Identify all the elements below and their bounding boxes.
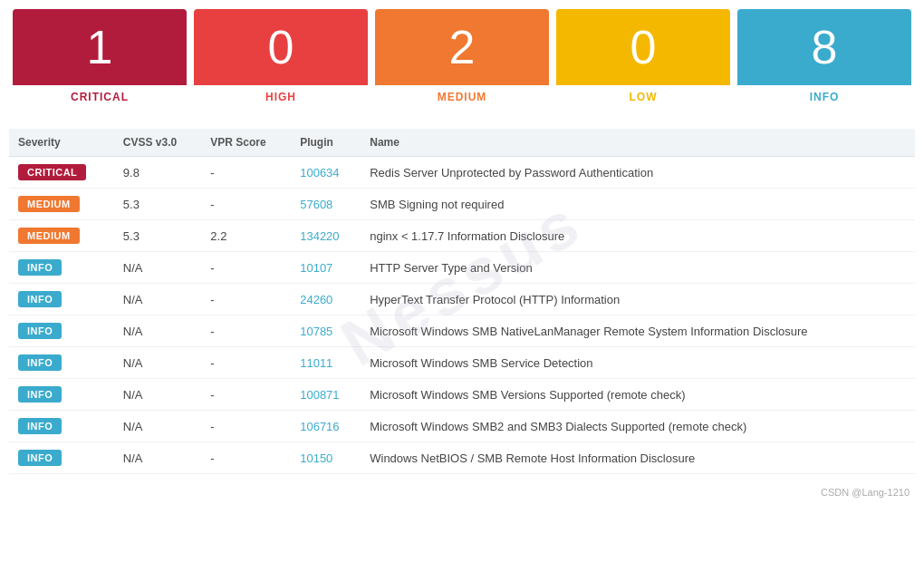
plugin-link[interactable]: 10150	[300, 451, 332, 465]
card-label-critical: CRITICAL	[13, 85, 187, 105]
cell-name: Microsoft Windows SMB Versions Supported…	[361, 379, 915, 411]
cell-plugin[interactable]: 57608	[291, 189, 361, 220]
plugin-link[interactable]: 134220	[300, 229, 339, 243]
cell-cvss: N/A	[114, 252, 201, 284]
card-count-info: 8	[737, 9, 911, 85]
table-row: INFO N/A - 10150 Windows NetBIOS / SMB R…	[9, 442, 915, 474]
cell-name: Microsoft Windows SMB2 and SMB3 Dialects…	[361, 411, 915, 442]
cell-severity: INFO	[9, 315, 114, 347]
plugin-link[interactable]: 10107	[300, 261, 332, 275]
cell-cvss: 5.3	[114, 220, 201, 252]
cell-severity: INFO	[9, 284, 114, 315]
cell-severity: INFO	[9, 379, 114, 411]
summary-card-high[interactable]: 0 HIGH	[194, 9, 368, 114]
card-count-critical: 1	[13, 9, 187, 85]
plugin-link[interactable]: 11011	[300, 356, 332, 370]
cell-cvss: N/A	[114, 284, 201, 315]
col-header-vpr-score: VPR Score	[201, 129, 291, 157]
card-count-high: 0	[194, 9, 368, 85]
summary-card-info[interactable]: 8 INFO	[737, 9, 911, 114]
severity-badge: INFO	[18, 418, 62, 434]
cell-vpr: -	[201, 411, 291, 442]
cell-cvss: 9.8	[114, 157, 201, 189]
cell-plugin[interactable]: 10107	[291, 252, 361, 284]
col-header-cvss-v3-0: CVSS v3.0	[114, 129, 201, 157]
cell-cvss: N/A	[114, 347, 201, 379]
cell-vpr: 2.2	[201, 220, 291, 252]
severity-badge: INFO	[18, 386, 62, 403]
table-row: INFO N/A - 24260 HyperText Transfer Prot…	[9, 284, 915, 315]
cell-severity: INFO	[9, 442, 114, 474]
cell-vpr: -	[201, 157, 291, 189]
cell-cvss: N/A	[114, 442, 201, 474]
cell-severity: INFO	[9, 347, 114, 379]
cell-name: nginx < 1.17.7 Information Disclosure	[361, 220, 915, 252]
severity-badge: INFO	[18, 354, 62, 371]
cell-plugin[interactable]: 106716	[291, 411, 361, 442]
table-row: MEDIUM 5.3 - 57608 SMB Signing not requi…	[9, 189, 915, 220]
cell-vpr: -	[201, 379, 291, 411]
severity-badge: CRITICAL	[18, 164, 86, 180]
cell-name: Windows NetBIOS / SMB Remote Host Inform…	[361, 442, 915, 474]
cell-plugin[interactable]: 134220	[291, 220, 361, 252]
summary-card-medium[interactable]: 2 MEDIUM	[375, 9, 549, 114]
table-header: SeverityCVSS v3.0VPR ScorePluginName	[9, 129, 915, 157]
plugin-link[interactable]: 57608	[300, 198, 332, 211]
card-label-low: LOW	[556, 85, 730, 105]
plugin-link[interactable]: 100634	[300, 166, 339, 180]
severity-badge: INFO	[18, 323, 62, 339]
card-label-medium: MEDIUM	[375, 85, 549, 105]
table-row: CRITICAL 9.8 - 100634 Redis Server Unpro…	[9, 157, 915, 189]
summary-card-critical[interactable]: 1 CRITICAL	[13, 9, 187, 114]
plugin-link[interactable]: 100871	[300, 388, 339, 402]
card-count-low: 0	[556, 9, 730, 85]
severity-badge: INFO	[18, 450, 62, 466]
plugin-link[interactable]: 106716	[300, 420, 339, 433]
cell-plugin[interactable]: 10785	[291, 315, 361, 347]
card-label-high: HIGH	[194, 85, 368, 105]
cell-cvss: 5.3	[114, 189, 201, 220]
summary-card-low[interactable]: 0 LOW	[556, 9, 730, 114]
footer-credit: CSDN @Lang-1210	[0, 483, 924, 501]
cell-vpr: -	[201, 284, 291, 315]
col-header-plugin: Plugin	[291, 129, 361, 157]
summary-row: 1 CRITICAL 0 HIGH 2 MEDIUM 0 LOW 8 INFO	[0, 0, 924, 114]
table-section: SeverityCVSS v3.0VPR ScorePluginName CRI…	[0, 114, 924, 483]
cell-name: Redis Server Unprotected by Password Aut…	[361, 157, 915, 189]
cell-severity: MEDIUM	[9, 220, 114, 252]
cell-name: SMB Signing not required	[361, 189, 915, 220]
cell-name: Microsoft Windows SMB NativeLanManager R…	[361, 315, 915, 347]
cell-vpr: -	[201, 347, 291, 379]
table-row: INFO N/A - 10107 HTTP Server Type and Ve…	[9, 252, 915, 284]
table-row: INFO N/A - 10785 Microsoft Windows SMB N…	[9, 315, 915, 347]
cell-severity: INFO	[9, 252, 114, 284]
card-label-info: INFO	[737, 85, 911, 105]
col-header-severity: Severity	[9, 129, 114, 157]
severity-badge: MEDIUM	[18, 228, 80, 244]
cell-severity: INFO	[9, 411, 114, 442]
table-row: INFO N/A - 106716 Microsoft Windows SMB2…	[9, 411, 915, 442]
cell-cvss: N/A	[114, 379, 201, 411]
cell-plugin[interactable]: 10150	[291, 442, 361, 474]
cell-plugin[interactable]: 11011	[291, 347, 361, 379]
cell-name: Microsoft Windows SMB Service Detection	[361, 347, 915, 379]
cell-plugin[interactable]: 100871	[291, 379, 361, 411]
cell-cvss: N/A	[114, 315, 201, 347]
cell-name: HTTP Server Type and Version	[361, 252, 915, 284]
severity-badge: INFO	[18, 291, 62, 307]
plugin-link[interactable]: 24260	[300, 293, 332, 306]
cell-severity: CRITICAL	[9, 157, 114, 189]
cell-vpr: -	[201, 189, 291, 220]
cell-vpr: -	[201, 252, 291, 284]
col-header-name: Name	[361, 129, 915, 157]
cell-plugin[interactable]: 100634	[291, 157, 361, 189]
cell-severity: MEDIUM	[9, 189, 114, 220]
vulnerability-table: SeverityCVSS v3.0VPR ScorePluginName CRI…	[9, 129, 915, 474]
plugin-link[interactable]: 10785	[300, 325, 332, 338]
card-count-medium: 2	[375, 9, 549, 85]
table-row: INFO N/A - 11011 Microsoft Windows SMB S…	[9, 347, 915, 379]
cell-name: HyperText Transfer Protocol (HTTP) Infor…	[361, 284, 915, 315]
cell-vpr: -	[201, 315, 291, 347]
cell-vpr: -	[201, 442, 291, 474]
cell-plugin[interactable]: 24260	[291, 284, 361, 315]
